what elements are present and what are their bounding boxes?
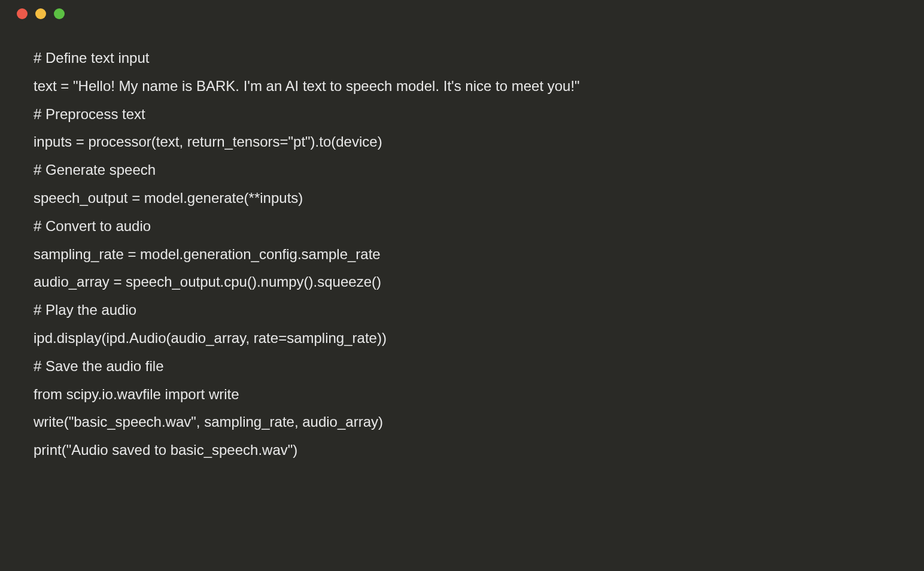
code-line: from scipy.io.wavfile import write xyxy=(34,381,890,409)
code-line: text = "Hello! My name is BARK. I'm an A… xyxy=(34,72,890,101)
code-line: # Preprocess text xyxy=(34,101,890,129)
code-line: # Generate speech xyxy=(34,156,890,184)
code-line: # Play the audio xyxy=(34,296,890,324)
code-line: speech_output = model.generate(**inputs) xyxy=(34,184,890,212)
minimize-icon[interactable] xyxy=(35,8,46,19)
code-line: # Save the audio file xyxy=(34,353,890,381)
close-icon[interactable] xyxy=(17,8,28,19)
code-line: # Convert to audio xyxy=(34,212,890,241)
window-controls xyxy=(0,0,924,25)
code-line: # Define text input xyxy=(34,44,890,72)
code-line: inputs = processor(text, return_tensors=… xyxy=(34,128,890,156)
maximize-icon[interactable] xyxy=(54,8,65,19)
code-line: sampling_rate = model.generation_config.… xyxy=(34,241,890,269)
code-line: audio_array = speech_output.cpu().numpy(… xyxy=(34,268,890,296)
code-line: print("Audio saved to basic_speech.wav") xyxy=(34,436,890,464)
code-line: write("basic_speech.wav", sampling_rate,… xyxy=(34,408,890,436)
code-line: ipd.display(ipd.Audio(audio_array, rate=… xyxy=(34,324,890,353)
code-editor-area[interactable]: # Define text input text = "Hello! My na… xyxy=(0,25,924,488)
